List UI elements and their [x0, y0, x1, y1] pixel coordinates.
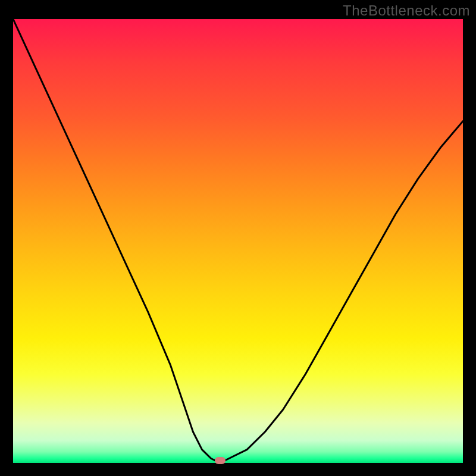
optimal-point-marker [215, 457, 226, 464]
watermark-text: TheBottleneck.com [343, 2, 470, 19]
plot-area [13, 19, 463, 463]
chart-frame: TheBottleneck.com [0, 0, 476, 476]
bottleneck-curve [13, 19, 463, 463]
